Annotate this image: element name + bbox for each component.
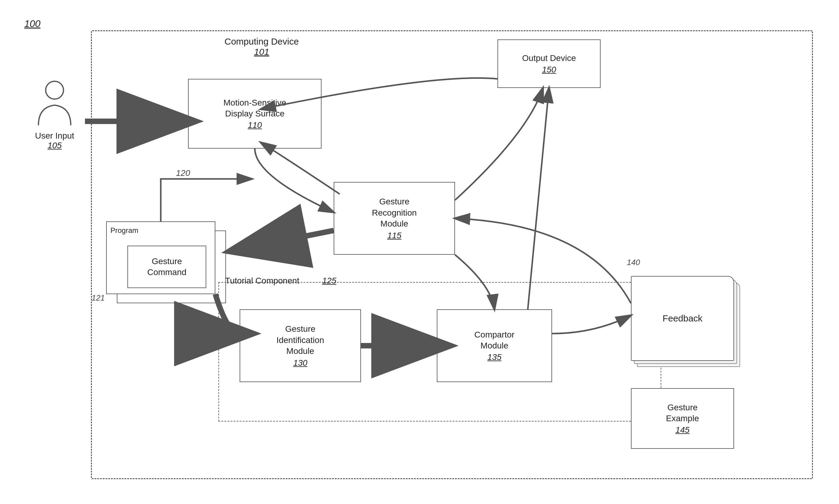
user-icon [33, 79, 76, 127]
gesture-identification-label: Gesture Identification Module [276, 324, 324, 357]
gesture-example-label: Gesture Example [666, 402, 699, 424]
motion-display-num: 110 [248, 120, 262, 130]
gesture-example-num: 145 [676, 425, 690, 435]
user-num: 105 [24, 141, 85, 150]
program-num: 121 [92, 293, 105, 303]
computing-device-label: Computing Device 101 [225, 36, 299, 57]
program-label: Program [110, 226, 138, 235]
motion-display-label: Motion-Sensitive Display Surface [224, 97, 286, 120]
tutorial-num: 125 [322, 276, 336, 286]
gesture-command-label: Gesture Command [147, 256, 186, 278]
diagram-label-100: 100 [24, 18, 40, 30]
output-device-num: 150 [542, 65, 556, 75]
gesture-recognition-label: Gesture Recognition Module [372, 196, 417, 229]
user-figure: User Input 105 [24, 79, 85, 150]
gesture-command-box: Gesture Command [127, 246, 206, 288]
gesture-recognition-box: Gesture Recognition Module 115 [334, 182, 455, 255]
feedback-num: 140 [627, 258, 640, 267]
computing-device-text: Computing Device [225, 36, 299, 47]
gesture-identification-num: 130 [293, 358, 307, 368]
svg-point-0 [46, 81, 64, 99]
feedback-label: Feedback [662, 313, 702, 324]
program-box: Program Gesture Command 121 [106, 221, 215, 294]
comparator-num: 135 [487, 353, 502, 362]
gesture-identification-box: Gesture Identification Module 130 [239, 309, 361, 382]
comparator-box: Compartor Module 135 [437, 309, 552, 382]
gesture-example-box: Gesture Example 145 [631, 388, 734, 449]
output-device-box: Output Device 150 [497, 39, 601, 88]
tutorial-label: Tutorial Component [225, 276, 299, 286]
comparator-label: Compartor Module [475, 329, 515, 352]
computing-device-num: 101 [225, 47, 299, 57]
diagram: 100 Computing Device 101 User Input 105 … [12, 12, 827, 491]
motion-display-box: Motion-Sensitive Display Surface 110 [188, 79, 322, 149]
user-label: User Input [24, 131, 85, 141]
output-device-label: Output Device [522, 53, 576, 64]
gesture-recognition-num: 115 [387, 231, 401, 240]
